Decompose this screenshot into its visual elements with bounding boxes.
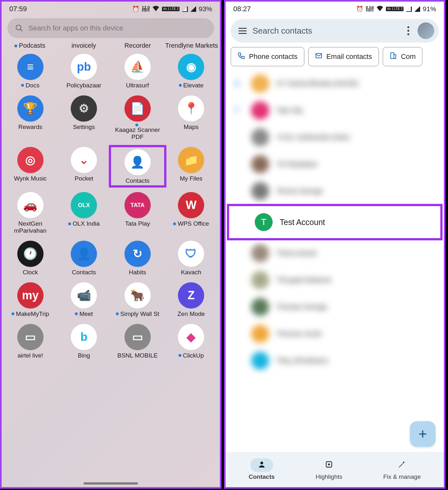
contact-row[interactable]: Thomas George	[226, 293, 444, 320]
app-makemytrip[interactable]: myMakeMyTrip	[4, 282, 57, 317]
wrench-icon	[391, 458, 413, 472]
app-drawer-grid[interactable]: ≡DocspbPolicybazaar⛵Ultrasurf◉Elevate🏆Re…	[2, 52, 220, 359]
app-icon: W	[178, 192, 204, 218]
app-label: My Files	[180, 175, 203, 182]
app-settings[interactable]: ⚙Settings	[57, 95, 111, 141]
contact-avatar: T	[251, 101, 269, 119]
app-icon: ⛵	[124, 54, 151, 80]
contact-row[interactable]: Thera Anand	[226, 240, 444, 267]
tab-highlights[interactable]: Highlights	[316, 458, 342, 480]
tab-label: Highlights	[316, 473, 342, 480]
contact-avatar	[251, 182, 269, 200]
app-docs[interactable]: ≡Docs	[4, 54, 57, 89]
app-icon: ⚙	[71, 95, 97, 122]
chip-email-contacts[interactable]: Email contacts	[308, 47, 379, 66]
svg-point-0	[16, 25, 21, 30]
app-pocket[interactable]: ⌄Pocket	[57, 147, 111, 186]
app-contacts[interactable]: 👤Contacts	[109, 145, 166, 188]
app-clock[interactable]: 🕐Clock	[4, 241, 57, 276]
person-icon	[251, 458, 273, 472]
app-label: Habits	[129, 269, 146, 276]
app-bing[interactable]: bBing	[57, 324, 111, 359]
gesture-bar[interactable]	[84, 482, 138, 485]
app-kaagaz-scanner-pdf[interactable]: 📄Kaagaz Scanner PDF	[111, 95, 164, 141]
contact-row[interactable]: Thomas Uncle	[226, 320, 444, 347]
contact-row[interactable]: YD Abubakar	[226, 151, 444, 178]
app-olx-india[interactable]: OLXOLX India	[57, 192, 111, 234]
app-contacts[interactable]: 👤Contacts	[57, 241, 111, 276]
contact-row[interactable]: Thirupati Madurai	[226, 267, 444, 293]
chip-label: Email contacts	[326, 52, 372, 61]
wifi-icon	[152, 5, 159, 13]
app-elevate[interactable]: ◉Elevate	[164, 54, 218, 89]
contact-row[interactable]: SSSY Sukrat Bhukla (HHUR)	[226, 70, 444, 97]
app-tata-play[interactable]: TATATata Play	[111, 192, 164, 234]
app-clickup[interactable]: ◆ClickUp	[164, 324, 218, 359]
contact-row[interactable]: Teresa George	[226, 178, 444, 205]
status-time: 08:27	[233, 5, 251, 13]
app-icon: 🐂	[124, 282, 151, 309]
signal-1-icon	[182, 6, 188, 12]
app-shortcut[interactable]: Trendlyne Markets	[165, 42, 218, 49]
contact-name: Thera Anand	[276, 249, 316, 257]
network-speed: 12.0KB/S	[142, 6, 150, 12]
app-label: invoicely	[71, 42, 96, 49]
app-shortcut[interactable]: Recorder	[111, 42, 164, 49]
overflow-menu-icon[interactable]	[405, 26, 412, 35]
mail-icon	[315, 52, 323, 61]
app-airtel-live-[interactable]: ▭airtel live!	[4, 324, 57, 359]
app-nextgen-mparivahan[interactable]: 🚗NextGen mParivahan	[4, 192, 57, 234]
app-my-files[interactable]: 📁My Files	[164, 147, 218, 186]
app-maps[interactable]: 📍Maps	[164, 95, 218, 141]
recent-apps-text-row: PodcastsinvoicelyRecorderTrendlyne Marke…	[2, 41, 220, 52]
app-shortcut[interactable]: invoicely	[57, 42, 110, 49]
blurred-contacts-below: Thera AnandThirupati MaduraiThomas Georg…	[226, 240, 444, 374]
app-label: Kavach	[181, 269, 201, 276]
app-label: Podcasts	[19, 42, 45, 49]
app-icon: 👤	[124, 149, 151, 175]
update-dot	[21, 84, 24, 87]
volte-icon: Vo 1 LTE 2	[386, 7, 404, 11]
plus-icon	[418, 429, 428, 439]
tab-label: Contacts	[249, 473, 275, 480]
app-wynk-music[interactable]: ◎Wynk Music	[4, 147, 57, 186]
hamburger-icon[interactable]	[238, 28, 247, 34]
app-ultrasurf[interactable]: ⛵Ultrasurf	[111, 54, 164, 89]
app-meet[interactable]: 📹Meet	[57, 282, 111, 317]
app-zen-mode[interactable]: ZZen Mode	[164, 282, 218, 317]
contact-row[interactable]: YCSL Subhendra Daha	[226, 124, 444, 151]
tab-contacts[interactable]: Contacts	[249, 458, 275, 480]
status-time: 07:59	[9, 5, 27, 13]
app-label: Elevate	[179, 82, 204, 89]
phone-icon	[237, 52, 245, 61]
contact-avatar	[251, 325, 269, 343]
search-placeholder: Search contacts	[252, 26, 399, 36]
app-policybazaar[interactable]: pbPolicybazaar	[57, 54, 111, 89]
app-label: Ultrasurf	[126, 82, 149, 89]
contacts-search-bar[interactable]: Search contacts	[231, 19, 439, 43]
app-icon: TATA	[124, 192, 151, 218]
app-label: WPS Office	[173, 220, 209, 227]
contact-test-account[interactable]: T Test Account	[227, 204, 443, 240]
chip-label: Phone contacts	[249, 52, 298, 61]
battery-percent: 91%	[423, 5, 436, 13]
app-rewards[interactable]: 🏆Rewards	[4, 95, 57, 141]
chip-com[interactable]: Com	[383, 47, 422, 66]
app-kavach[interactable]: 🛡Kavach	[164, 241, 218, 276]
add-contact-fab[interactable]	[410, 421, 436, 447]
filter-chips-row: Phone contactsEmail contactsCom	[226, 47, 444, 70]
app-shortcut[interactable]: Podcasts	[4, 42, 56, 49]
app-simply-wall-st[interactable]: 🐂Simply Wall St	[111, 282, 164, 317]
tab-fix-manage[interactable]: Fix & manage	[383, 458, 421, 480]
contacts-list[interactable]: SSSY Sukrat Bhukla (HHUR)TTTata SkyYCSL …	[226, 70, 444, 374]
chip-phone-contacts[interactable]: Phone contacts	[231, 47, 304, 66]
app-label: Pocket	[75, 175, 93, 182]
app-habits[interactable]: ↻Habits	[111, 241, 164, 276]
app-wps-office[interactable]: WWPS Office	[164, 192, 218, 234]
app-search-input[interactable]: Search for apps on this device	[7, 18, 214, 38]
contact-row[interactable]: TTTata Sky	[226, 97, 444, 124]
contact-row[interactable]: Triky (Shubham)	[226, 347, 444, 374]
account-avatar[interactable]	[418, 22, 434, 39]
app-bsnl-mobile[interactable]: ▭BSNL MOBILE	[111, 324, 164, 359]
svg-rect-3	[391, 53, 394, 59]
